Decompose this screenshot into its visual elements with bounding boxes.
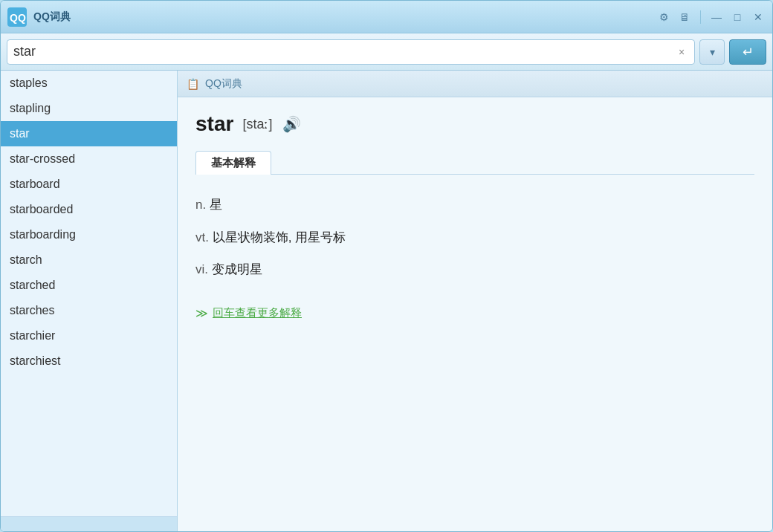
app-window: QQ QQ词典 ⚙ 🖥 — □ ✕ × ▾ ↵ staplesstaplings… — [0, 0, 773, 532]
content-header-title: QQ词典 — [205, 77, 242, 91]
search-input-wrapper[interactable]: × — [7, 39, 695, 65]
app-logo: QQ — [7, 7, 28, 27]
close-button[interactable]: ✕ — [750, 9, 766, 25]
sound-icon[interactable]: 🔊 — [281, 114, 302, 134]
sidebar-item-starched[interactable]: starched — [1, 273, 177, 298]
search-bar: × ▾ ↵ — [1, 33, 772, 71]
maximize-button[interactable]: □ — [729, 9, 745, 25]
window-controls: ⚙ 🖥 — □ ✕ — [656, 9, 766, 25]
sidebar-scroll[interactable]: staplesstaplingstarstar-crossedstarboard… — [1, 71, 177, 516]
more-link[interactable]: 回车查看更多解释 — [213, 306, 302, 320]
search-enter-button[interactable]: ↵ — [729, 39, 766, 65]
sidebar-item-stapling[interactable]: stapling — [1, 96, 177, 121]
sidebar-item-starboarded[interactable]: starboarded — [1, 197, 177, 222]
content-body: star [staː] 🔊 基本解释 n. 星vt. 以星状物装饰, 用星号标v… — [178, 97, 772, 531]
title-bar: QQ QQ词典 ⚙ 🖥 — □ ✕ — [1, 1, 772, 33]
pos-label-1: vt. — [195, 230, 209, 244]
sidebar-bottom-scroll — [1, 516, 177, 531]
settings-icon[interactable]: ⚙ — [656, 9, 672, 25]
sidebar-item-starchier[interactable]: starchier — [1, 323, 177, 348]
search-clear-button[interactable]: × — [675, 45, 688, 59]
content-header-icon: 📋 — [187, 78, 199, 90]
definition-row-1: vt. 以星状物装饰, 用星号标 — [195, 228, 754, 247]
more-link-row: ≫ 回车查看更多解释 — [195, 306, 754, 320]
sidebar-item-starch[interactable]: starch — [1, 247, 177, 273]
word-phonetic: [staː] — [242, 116, 272, 132]
controls-separator — [700, 10, 701, 24]
pos-label-0: n. — [195, 198, 206, 212]
svg-text:QQ: QQ — [10, 12, 26, 24]
monitor-icon[interactable]: 🖥 — [676, 9, 693, 25]
content-panel: 📋 QQ词典 star [staː] 🔊 基本解释 n. 星vt. 以星状物装饰… — [178, 71, 772, 531]
sidebar-item-starboarding[interactable]: starboarding — [1, 222, 177, 247]
definition-section: n. 星vt. 以星状物装饰, 用星号标vi. 变成明星 — [195, 189, 754, 299]
definition-row-0: n. 星 — [195, 195, 754, 215]
window-title: QQ词典 — [33, 10, 656, 24]
sidebar-item-staples[interactable]: staples — [1, 71, 177, 96]
sidebar: staplesstaplingstarstar-crossedstarboard… — [1, 71, 178, 531]
sidebar-item-star[interactable]: star — [1, 121, 177, 146]
more-link-arrow-icon: ≫ — [195, 306, 208, 320]
sidebar-item-starches[interactable]: starches — [1, 298, 177, 323]
sidebar-item-starchiest[interactable]: starchiest — [1, 348, 177, 374]
main-content: staplesstaplingstarstar-crossedstarboard… — [1, 71, 772, 531]
tab-basic-explanation[interactable]: 基本解释 — [195, 151, 271, 175]
word-title-row: star [staː] 🔊 — [195, 112, 754, 136]
pos-label-2: vi. — [195, 262, 208, 276]
sidebar-item-star-crossed[interactable]: star-crossed — [1, 146, 177, 172]
search-input[interactable] — [13, 44, 675, 59]
word-heading: star — [195, 112, 233, 136]
content-header: 📋 QQ词典 — [178, 71, 772, 97]
minimize-button[interactable]: — — [708, 9, 725, 25]
definition-row-2: vi. 变成明星 — [195, 260, 754, 279]
tab-container: 基本解释 — [195, 151, 754, 175]
sidebar-item-starboard[interactable]: starboard — [1, 172, 177, 197]
tab-underline — [271, 151, 754, 175]
search-dropdown-button[interactable]: ▾ — [699, 39, 725, 65]
